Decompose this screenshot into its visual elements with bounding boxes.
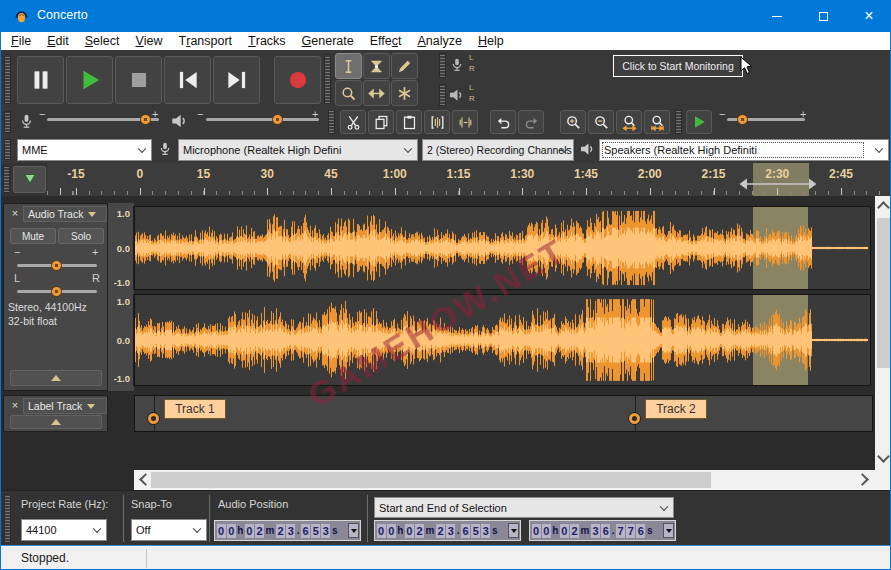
time-field-dropdown-icon[interactable]: [348, 523, 359, 538]
audio-host-dropdown[interactable]: MME: [17, 139, 152, 161]
speed-slider[interactable]: [727, 110, 805, 130]
selection-toolbar-grip[interactable]: [4, 494, 11, 543]
zoom-button[interactable]: [335, 80, 362, 106]
play-at-speed-icon: [691, 114, 707, 130]
playback-meter[interactable]: L R -57-54-51-48-45-42-39-36-33-30-27-24…: [437, 81, 891, 112]
scroll-down-icon[interactable]: [877, 450, 890, 463]
label-marker-handle[interactable]: [148, 413, 159, 424]
recording-device-dropdown[interactable]: Microphone (Realtek High Defini: [178, 139, 418, 161]
zoom-in-button[interactable]: [560, 110, 586, 134]
pan-slider[interactable]: [17, 282, 97, 302]
playback-meter-grip[interactable]: [439, 84, 446, 106]
gain-slider[interactable]: [17, 256, 97, 276]
selection-end-field[interactable]: 00h02m36.776s: [529, 520, 676, 541]
pause-button[interactable]: [17, 56, 64, 104]
minimize-button[interactable]: [754, 0, 800, 32]
scroll-up-icon[interactable]: [877, 201, 890, 214]
play-at-speed-grip[interactable]: [675, 110, 682, 134]
copy-button[interactable]: [368, 110, 394, 134]
menu-item-select[interactable]: Select: [77, 32, 128, 50]
play-at-speed-button[interactable]: [686, 110, 712, 134]
menu-item-help[interactable]: Help: [470, 32, 512, 50]
playback-volume-thumb[interactable]: [272, 114, 283, 125]
recording-channels-dropdown[interactable]: 2 (Stereo) Recording Channels: [422, 139, 574, 161]
playback-volume-slider[interactable]: [206, 110, 319, 130]
selection-button[interactable]: [335, 53, 362, 79]
vertical-scrollbar[interactable]: [875, 196, 891, 470]
trim-outside-button[interactable]: [424, 110, 450, 134]
edit-toolbar-grip[interactable]: [328, 110, 335, 134]
record-volume-thumb[interactable]: [140, 114, 151, 125]
pan-slider-thumb[interactable]: [51, 286, 62, 297]
label-track-close-button[interactable]: ×: [8, 399, 22, 412]
skip-start-button[interactable]: [164, 56, 211, 104]
selection-start-field[interactable]: 00h02m23.653s: [374, 520, 521, 541]
audio-track-collapse-button[interactable]: [10, 370, 102, 386]
recording-meter-grip[interactable]: [439, 53, 446, 78]
paste-button[interactable]: [396, 110, 422, 134]
stop-button[interactable]: [115, 56, 162, 104]
selection-mode-dropdown[interactable]: Start and End of Selection: [374, 497, 674, 518]
undo-button[interactable]: [490, 110, 516, 134]
redo-button[interactable]: [518, 110, 544, 134]
audio-track-close-button[interactable]: ×: [8, 207, 22, 220]
vertical-scrollbar-thumb[interactable]: [877, 218, 890, 368]
mixer-toolbar-grip[interactable]: [4, 111, 11, 133]
close-button[interactable]: ×: [846, 0, 891, 32]
play-button[interactable]: [66, 56, 113, 104]
waveform-channel-right[interactable]: [134, 294, 871, 386]
time-shift-button[interactable]: [363, 80, 390, 106]
tools-toolbar-grip[interactable]: [324, 54, 331, 104]
label-track-collapse-button[interactable]: [10, 415, 102, 429]
scroll-left-icon[interactable]: [139, 473, 152, 486]
device-toolbar-grip[interactable]: [4, 139, 11, 160]
scroll-right-icon[interactable]: [856, 473, 869, 486]
menu-item-transport[interactable]: Transport: [171, 32, 241, 50]
label-marker-handle[interactable]: [629, 413, 640, 424]
menu-item-edit[interactable]: Edit: [39, 32, 77, 50]
waveform-right-canvas[interactable]: [135, 295, 870, 385]
timeline-ruler[interactable]: -1501530451:001:151:301:452:002:152:302:…: [47, 163, 891, 196]
horizontal-scrollbar[interactable]: [134, 470, 875, 490]
fit-selection-button[interactable]: [616, 110, 642, 134]
snap-to-dropdown[interactable]: Off: [131, 519, 207, 541]
menu-item-file[interactable]: File: [3, 32, 39, 50]
label-track-content[interactable]: Track 1 Track 2: [134, 395, 873, 432]
pinned-play-head-button[interactable]: [13, 166, 46, 193]
time-field-dropdown-icon[interactable]: [663, 523, 674, 538]
menu-item-view[interactable]: View: [127, 32, 170, 50]
label-text-1[interactable]: Track 1: [164, 399, 226, 419]
envelope-button[interactable]: [363, 53, 390, 79]
selection-resize-arrows-icon[interactable]: [739, 178, 817, 190]
transport-toolbar-grip[interactable]: [4, 54, 11, 104]
maximize-button[interactable]: [800, 0, 846, 32]
waveform-channel-left[interactable]: [134, 206, 871, 290]
menu-item-tracks[interactable]: Tracks: [240, 32, 294, 50]
waveform-left-canvas[interactable]: [135, 207, 870, 289]
menu-item-effect[interactable]: Effect: [362, 32, 410, 50]
multi-button[interactable]: [391, 80, 418, 106]
label-text-2[interactable]: Track 2: [645, 399, 707, 419]
silence-button[interactable]: [452, 110, 478, 134]
zoom-out-button[interactable]: [588, 110, 614, 134]
solo-button[interactable]: Solo: [58, 228, 104, 244]
mute-button[interactable]: Mute: [10, 228, 56, 244]
timeline-grip[interactable]: [3, 166, 10, 193]
menu-item-analyze[interactable]: Analyze: [409, 32, 469, 50]
audio-track-menu-button[interactable]: Audio Track: [23, 206, 107, 222]
label-track-menu-button[interactable]: Label Track: [23, 398, 107, 414]
draw-button[interactable]: [391, 53, 418, 79]
record-volume-slider[interactable]: [47, 110, 159, 130]
skip-end-button[interactable]: [213, 56, 260, 104]
cut-button[interactable]: [340, 110, 366, 134]
record-button[interactable]: [274, 56, 321, 104]
speed-slider-thumb[interactable]: [737, 114, 748, 125]
audio-position-field[interactable]: 00h02m23.653s: [214, 520, 361, 541]
gain-slider-thumb[interactable]: [51, 260, 62, 271]
fit-project-button[interactable]: [644, 110, 670, 134]
menu-item-generate[interactable]: Generate: [294, 32, 362, 50]
project-rate-dropdown[interactable]: 44100: [21, 519, 107, 541]
horizontal-scrollbar-thumb[interactable]: [151, 472, 711, 488]
time-field-dropdown-icon[interactable]: [508, 523, 519, 538]
playback-device-dropdown[interactable]: Speakers (Realtek High Definiti: [599, 139, 889, 161]
